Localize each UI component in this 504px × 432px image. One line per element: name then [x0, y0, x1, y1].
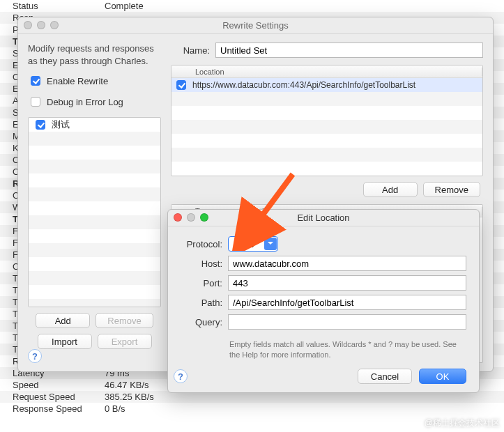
edit-hint: Empty fields match all values. Wildcards…	[229, 339, 466, 360]
query-label: Query:	[174, 317, 222, 327]
location-add-button[interactable]: Add	[363, 182, 418, 197]
query-field[interactable]	[228, 314, 466, 330]
debug-log-label: Debug in Error Log	[47, 97, 123, 107]
name-label: Name:	[171, 45, 210, 56]
window-controls	[174, 213, 208, 222]
help-icon[interactable]: ?	[28, 349, 42, 363]
list-item[interactable]	[29, 229, 160, 243]
minimize-icon[interactable]	[187, 213, 195, 222]
name-field[interactable]	[215, 43, 483, 58]
enable-rewrite-label: Enable Rewrite	[47, 76, 108, 86]
list-item[interactable]	[29, 285, 160, 299]
table-row[interactable]	[171, 134, 482, 148]
sets-listbox[interactable]: 测试	[28, 117, 161, 307]
protocol-select[interactable]: https	[228, 236, 278, 252]
list-item[interactable]	[29, 146, 160, 160]
table-row[interactable]	[171, 120, 482, 134]
table-row[interactable]	[171, 148, 482, 162]
sets-add-button[interactable]: Add	[36, 313, 90, 328]
list-item[interactable]	[29, 299, 160, 307]
list-item[interactable]	[29, 243, 160, 257]
list-item[interactable]	[29, 187, 160, 201]
host-field[interactable]	[228, 256, 466, 271]
debug-log-row[interactable]: Debug in Error Log	[28, 95, 161, 109]
rewrite-title: Rewrite Settings	[18, 20, 493, 31]
rewrite-titlebar[interactable]: Rewrite Settings	[18, 17, 493, 34]
sets-export-button[interactable]: Export	[98, 334, 152, 349]
close-icon[interactable]	[174, 213, 182, 222]
list-item[interactable]	[29, 215, 160, 229]
edit-titlebar[interactable]: Edit Location	[168, 210, 479, 226]
zoom-icon[interactable]	[50, 21, 59, 29]
list-item[interactable]	[29, 160, 160, 173]
table-row[interactable]: https://www.datacubr.com:443/Api/SearchI…	[171, 78, 482, 92]
list-item[interactable]	[29, 201, 160, 215]
table-row[interactable]	[171, 162, 482, 176]
table-row[interactable]	[171, 92, 482, 106]
list-item[interactable]	[29, 173, 160, 187]
list-item[interactable]: 测试	[29, 118, 160, 132]
host-label: Host:	[174, 259, 222, 269]
cancel-button[interactable]: Cancel	[358, 369, 412, 384]
ok-button[interactable]: OK	[419, 369, 466, 384]
edit-location-window: Edit Location Protocol: https Host: Port…	[167, 209, 480, 393]
zoom-icon[interactable]	[200, 213, 208, 222]
location-remove-button[interactable]: Remove	[423, 182, 480, 197]
list-item[interactable]	[29, 271, 160, 285]
help-icon[interactable]: ?	[174, 369, 188, 383]
sets-remove-button[interactable]: Remove	[96, 313, 153, 328]
minimize-icon[interactable]	[37, 21, 45, 29]
set-label: 测试	[52, 118, 70, 131]
protocol-label: Protocol:	[174, 239, 222, 249]
list-item[interactable]	[29, 132, 160, 146]
locations-header: Location	[190, 68, 482, 76]
table-row[interactable]	[171, 106, 482, 120]
list-item[interactable]	[29, 257, 160, 271]
location-checkbox[interactable]	[176, 80, 186, 90]
sets-import-button[interactable]: Import	[38, 334, 92, 349]
debug-log-checkbox[interactable]	[31, 97, 40, 107]
path-field[interactable]	[228, 295, 466, 310]
enable-rewrite-checkbox[interactable]	[31, 76, 40, 86]
window-controls	[24, 21, 59, 29]
edit-title: Edit Location	[168, 213, 479, 223]
set-checkbox[interactable]	[36, 120, 45, 130]
bg-row: StatusComplete	[0, 0, 504, 12]
bg-row: Response Speed0 B/s	[0, 403, 504, 415]
watermark: @稀土掘金技术社区	[425, 417, 500, 429]
close-icon[interactable]	[24, 21, 32, 29]
rewrite-description: Modify requests and responses as they pa…	[28, 43, 161, 67]
port-field[interactable]	[228, 275, 466, 291]
path-label: Path:	[174, 298, 222, 308]
locations-table: Location https://www.datacubr.com:443/Ap…	[171, 65, 483, 176]
port-label: Port:	[174, 278, 222, 288]
enable-rewrite-row[interactable]: Enable Rewrite	[28, 74, 161, 88]
